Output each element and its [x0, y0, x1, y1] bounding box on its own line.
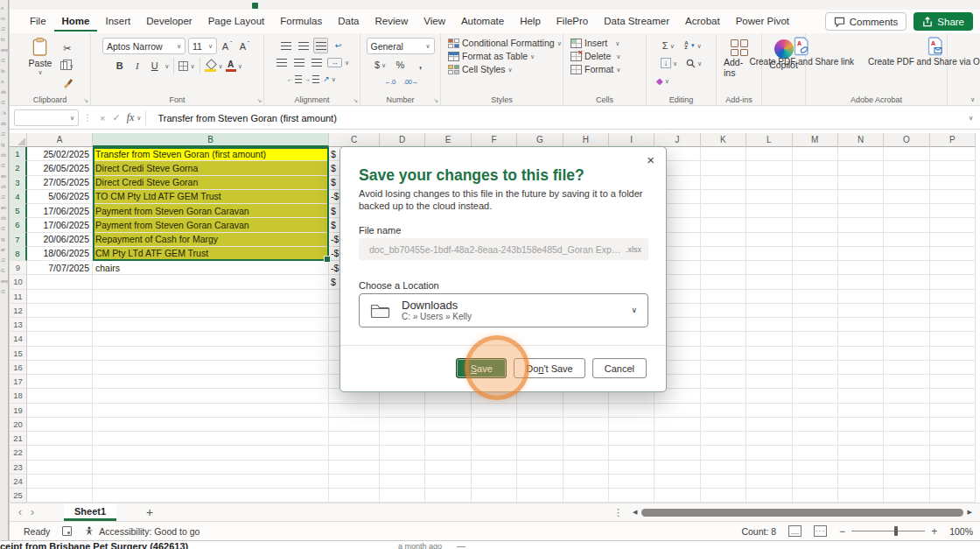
- cell-A4[interactable]: 5/06/2025: [27, 190, 93, 204]
- cell-M2[interactable]: [793, 161, 838, 175]
- cell-O24[interactable]: [884, 475, 929, 489]
- row-header-19[interactable]: 19: [10, 404, 27, 418]
- cell-B6[interactable]: Payment from Steven Goran Caravan: [93, 218, 329, 232]
- cell-P10[interactable]: [930, 275, 976, 289]
- row-header-4[interactable]: 4: [10, 190, 27, 204]
- cut-button[interactable]: ✂: [60, 40, 74, 56]
- cell-K13[interactable]: [701, 318, 746, 332]
- cell-P9[interactable]: [930, 261, 976, 275]
- cell-P11[interactable]: [930, 290, 976, 304]
- name-box[interactable]: ∨: [14, 109, 79, 126]
- expand-formula-bar-icon[interactable]: ∨: [969, 115, 980, 121]
- cell-L17[interactable]: [746, 375, 792, 389]
- cell-O12[interactable]: [884, 304, 929, 318]
- dont-save-button[interactable]: Don't Save: [514, 358, 584, 378]
- conditional-formatting-button[interactable]: Conditional Formatting∨: [448, 38, 562, 48]
- cell-C23[interactable]: [329, 461, 380, 475]
- cell-B12[interactable]: [93, 304, 329, 318]
- align-right-button[interactable]: [310, 54, 325, 70]
- cell-N3[interactable]: [838, 176, 884, 190]
- cell-B21[interactable]: [93, 432, 329, 446]
- cell-D23[interactable]: [380, 461, 425, 475]
- cell-M19[interactable]: [793, 404, 838, 418]
- cell-P18[interactable]: [930, 389, 976, 403]
- cell-B15[interactable]: [93, 347, 329, 361]
- ribbon-tab-data-streamer[interactable]: Data Streamer: [596, 11, 677, 32]
- cell-L4[interactable]: [746, 190, 792, 204]
- cell-O21[interactable]: [884, 432, 929, 446]
- cell-L19[interactable]: [746, 404, 792, 418]
- select-all-corner[interactable]: [10, 133, 27, 147]
- cell-A22[interactable]: [27, 446, 93, 460]
- cell-P5[interactable]: [930, 204, 976, 218]
- cell-F25[interactable]: [472, 489, 517, 503]
- insert-cells-button[interactable]: Insert∨: [570, 38, 620, 48]
- decrease-font-size-button[interactable]: Aˇ: [237, 39, 252, 54]
- cell-O22[interactable]: [884, 446, 929, 460]
- scroll-right-icon[interactable]: ▶: [965, 509, 975, 516]
- cell-A12[interactable]: [27, 304, 93, 318]
- cell-L23[interactable]: [746, 461, 792, 475]
- cell-P22[interactable]: [930, 446, 976, 460]
- cell-M20[interactable]: [793, 418, 838, 432]
- cell-G23[interactable]: [517, 461, 563, 475]
- cell-C22[interactable]: [329, 446, 380, 460]
- cell-A18[interactable]: [27, 389, 93, 403]
- cell-P7[interactable]: [930, 233, 976, 247]
- cell-O10[interactable]: [884, 275, 929, 289]
- page-layout-view-icon[interactable]: [788, 525, 802, 537]
- cell-O4[interactable]: [884, 190, 929, 204]
- cell-P20[interactable]: [930, 418, 976, 432]
- cell-A17[interactable]: [27, 375, 93, 389]
- cell-N10[interactable]: [838, 275, 884, 289]
- cell-P23[interactable]: [930, 461, 976, 475]
- ribbon-tab-help[interactable]: Help: [512, 11, 549, 32]
- cell-P16[interactable]: [930, 361, 976, 375]
- cell-O14[interactable]: [884, 332, 929, 346]
- row-header-2[interactable]: 2: [10, 161, 27, 175]
- cell-K15[interactable]: [701, 347, 746, 361]
- cell-A7[interactable]: 20/06/2025: [27, 233, 93, 247]
- cell-H24[interactable]: [564, 475, 609, 489]
- cell-K16[interactable]: [701, 361, 746, 375]
- cell-A2[interactable]: 26/05/2025: [27, 161, 93, 175]
- create-pdf-share-link-button[interactable]: A Create PDF and Share link: [746, 37, 858, 67]
- row-header-1[interactable]: 1: [10, 147, 27, 161]
- cell-O5[interactable]: [884, 204, 929, 218]
- cell-M1[interactable]: [793, 147, 838, 161]
- increase-decimal-button[interactable]: ←.0: [382, 74, 397, 89]
- cell-O17[interactable]: [884, 375, 929, 389]
- bold-button[interactable]: B: [112, 58, 127, 74]
- cell-K20[interactable]: [701, 418, 746, 432]
- cell-J20[interactable]: [654, 418, 700, 432]
- ribbon-tab-formulas[interactable]: Formulas: [272, 11, 330, 32]
- ribbon-tab-view[interactable]: View: [416, 11, 453, 32]
- cell-M7[interactable]: [793, 233, 838, 247]
- row-header-22[interactable]: 22: [10, 446, 27, 460]
- cell-B10[interactable]: [93, 275, 329, 289]
- page-break-preview-icon[interactable]: [814, 525, 827, 537]
- cell-O2[interactable]: [884, 161, 929, 175]
- cell-I20[interactable]: [609, 418, 654, 432]
- ribbon-tab-acrobat[interactable]: Acrobat: [677, 11, 728, 32]
- macro-record-icon[interactable]: [62, 526, 72, 536]
- cell-P15[interactable]: [930, 347, 976, 361]
- cell-B24[interactable]: [93, 475, 329, 489]
- cell-P12[interactable]: [930, 304, 976, 318]
- cell-A23[interactable]: [27, 461, 93, 475]
- cell-O1[interactable]: [884, 147, 929, 161]
- row-header-15[interactable]: 15: [10, 347, 27, 361]
- cell-P13[interactable]: [930, 318, 976, 332]
- cell-A1[interactable]: 25/02/2025: [27, 147, 93, 161]
- cell-O18[interactable]: [884, 389, 929, 403]
- cell-O16[interactable]: [884, 361, 929, 375]
- formula-bar-value[interactable]: Transfer from Steven Goran (first amount…: [150, 113, 336, 123]
- cell-G22[interactable]: [517, 446, 563, 460]
- column-header-A[interactable]: A: [27, 133, 93, 147]
- cell-K18[interactable]: [701, 389, 746, 403]
- horizontal-scrollbar-thumb[interactable]: [641, 509, 962, 517]
- cell-A14[interactable]: [27, 332, 93, 346]
- paste-button[interactable]: Paste∨: [25, 37, 56, 75]
- row-header-12[interactable]: 12: [10, 304, 27, 318]
- cell-L8[interactable]: [746, 247, 792, 261]
